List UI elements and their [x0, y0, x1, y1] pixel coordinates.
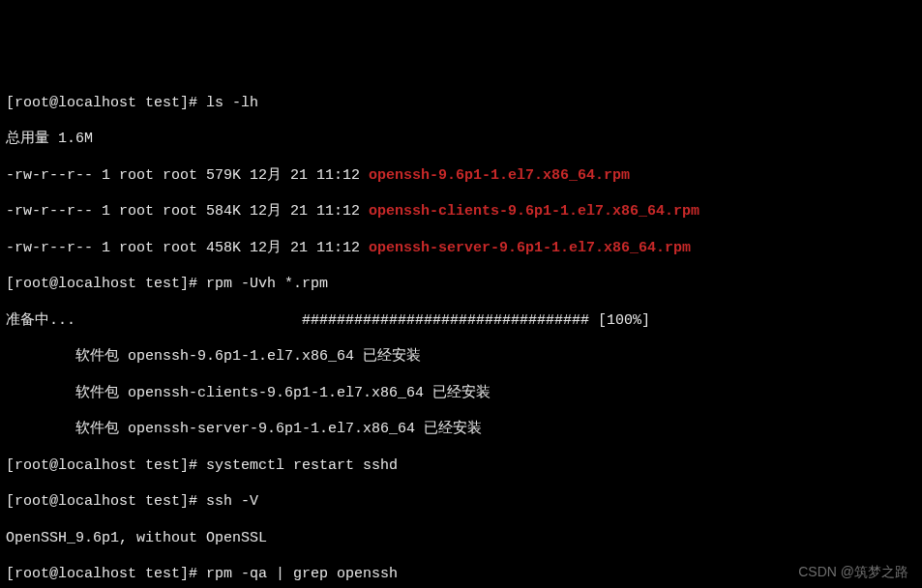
cmd-ls: ls -lh [206, 95, 258, 111]
rpm-already: 软件包 openssh-9.6p1-1.el7.x86_64 已经安装 [6, 348, 916, 367]
rpm-prepare: 准备中... #################################… [6, 312, 916, 331]
cmd-restart: systemctl restart sshd [206, 457, 398, 474]
prompt: [root@localhost test]# [6, 457, 206, 474]
cmd-rpm-qa1: rpm -qa | grep openssh [206, 566, 398, 582]
ssh-version: OpenSSH_9.6p1, without OpenSSL [6, 530, 916, 548]
cmd-rpm-install: rpm -Uvh *.rpm [206, 276, 328, 292]
file-name: openssh-9.6p1-1.el7.x86_64.rpm [369, 167, 630, 184]
prompt: [root@localhost test]# [6, 276, 206, 292]
prompt: [root@localhost test]# [6, 95, 206, 111]
file-perms: -rw-r--r-- 1 root root 458K 12月 21 11:12 [6, 240, 369, 256]
file-name: openssh-server-9.6p1-1.el7.x86_64.rpm [369, 240, 691, 256]
cmd-ssh-v: ssh -V [206, 493, 258, 510]
rpm-already: 软件包 openssh-clients-9.6p1-1.el7.x86_64 已… [6, 385, 916, 403]
watermark: CSDN @筑梦之路 [798, 564, 908, 581]
prompt: [root@localhost test]# [6, 566, 206, 582]
file-perms: -rw-r--r-- 1 root root 579K 12月 21 11:12 [6, 167, 369, 184]
rpm-already: 软件包 openssh-server-9.6p1-1.el7.x86_64 已经… [6, 421, 916, 439]
terminal-output[interactable]: [root@localhost test]# ls -lh 总用量 1.6M -… [6, 76, 916, 588]
file-perms: -rw-r--r-- 1 root root 584K 12月 21 11:12 [6, 203, 369, 220]
ls-total: 总用量 1.6M [6, 131, 916, 149]
prompt: [root@localhost test]# [6, 493, 206, 510]
file-name: openssh-clients-9.6p1-1.el7.x86_64.rpm [369, 203, 699, 220]
